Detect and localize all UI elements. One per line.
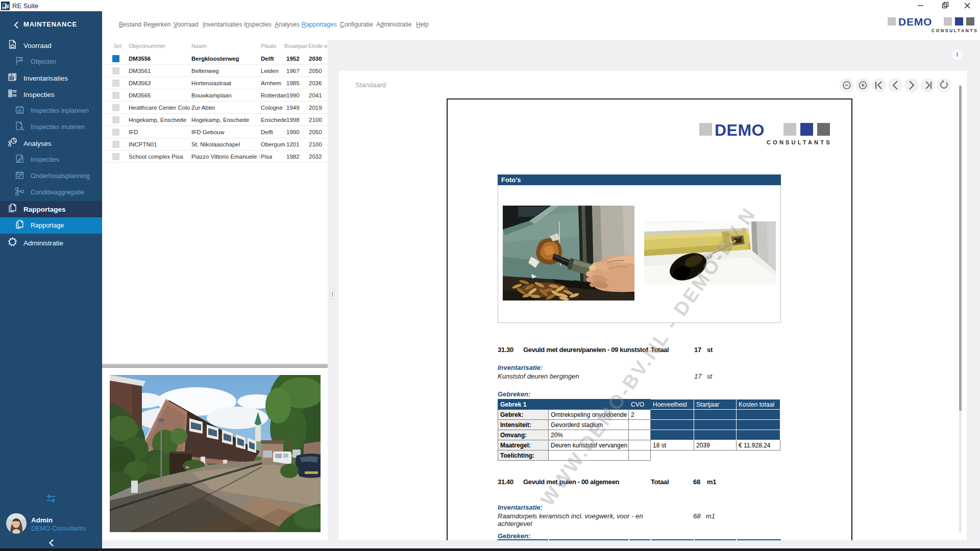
svg-text:RE: RE <box>2 6 7 10</box>
